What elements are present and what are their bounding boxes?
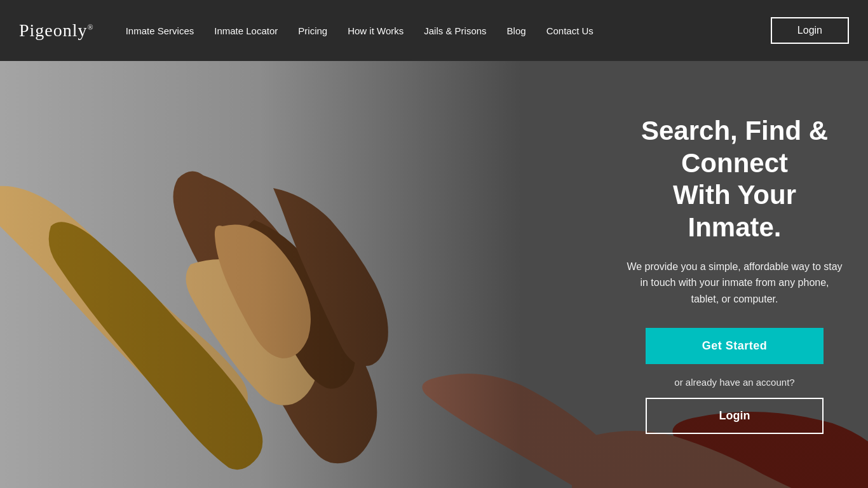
hero-content: Search, Find & Connect With Your Inmate.… <box>601 61 868 488</box>
get-started-button[interactable]: Get Started <box>646 328 824 364</box>
nav-pricing[interactable]: Pricing <box>298 25 327 36</box>
nav-how-it-works[interactable]: How it Works <box>348 25 403 36</box>
nav-inmate-locator[interactable]: Inmate Locator <box>214 25 278 36</box>
nav-login-button[interactable]: Login <box>771 17 849 44</box>
nav-links: Inmate Services Inmate Locator Pricing H… <box>126 25 771 36</box>
hero-or-text: or already have an account? <box>674 377 794 388</box>
hero-subtitle: We provide you a simple, affordable way … <box>627 259 843 308</box>
nav-contact-us[interactable]: Contact Us <box>546 25 593 36</box>
navbar: Pigeonly® Inmate Services Inmate Locator… <box>0 0 868 61</box>
nav-blog[interactable]: Blog <box>507 25 526 36</box>
hero-login-button[interactable]: Login <box>646 398 824 434</box>
hero-title: Search, Find & Connect With Your Inmate. <box>627 115 843 243</box>
nav-jails-prisons[interactable]: Jails & Prisons <box>424 25 486 36</box>
logo: Pigeonly® <box>19 20 94 41</box>
nav-inmate-services[interactable]: Inmate Services <box>126 25 194 36</box>
hero-section: Search, Find & Connect With Your Inmate.… <box>0 61 868 488</box>
